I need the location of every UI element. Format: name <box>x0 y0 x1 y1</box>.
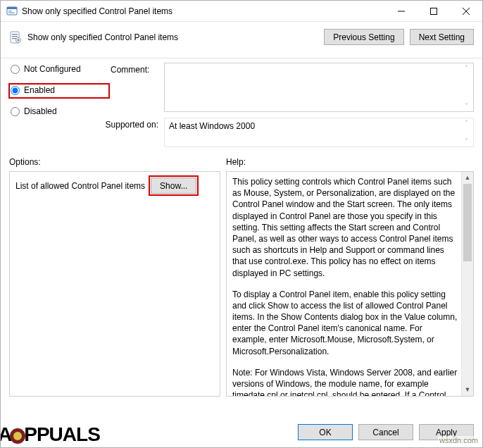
close-button[interactable] <box>450 1 482 22</box>
comment-scrollbar[interactable]: ˄ ˅ <box>460 65 472 110</box>
options-pane: List of allowed Control Panel items Show… <box>9 171 220 397</box>
brand-o-icon <box>10 428 25 444</box>
supported-on-field: At least Windows 2000 ˄ ˅ <box>164 118 474 147</box>
scroll-down-icon: ˅ <box>465 138 468 145</box>
help-pane: This policy setting controls which Contr… <box>226 171 474 397</box>
options-label: Options: <box>9 157 226 167</box>
scroll-thumb[interactable] <box>463 184 472 261</box>
supported-scrollbar: ˄ ˅ <box>460 120 472 145</box>
supported-on-label: Supported on: <box>98 118 158 130</box>
app-icon <box>6 6 18 17</box>
options-row: List of allowed Control Panel items Show… <box>15 178 214 194</box>
scroll-up-icon[interactable]: ▲ <box>462 172 473 184</box>
comment-field[interactable]: ˄ ˅ <box>164 63 474 112</box>
window-title: Show only specified Control Panel items <box>22 6 172 16</box>
radio-not-configured-label: Not Configured <box>24 64 81 74</box>
scroll-up-icon: ˄ <box>465 120 468 127</box>
cancel-button[interactable]: Cancel <box>358 424 413 440</box>
brand-right: PPUALS <box>24 423 100 445</box>
brand-watermark: APPUALS <box>0 423 100 446</box>
radio-not-configured-input[interactable] <box>11 65 20 74</box>
help-scrollbar[interactable]: ▲ ▼ <box>461 172 473 396</box>
policy-icon <box>9 31 22 44</box>
radio-disabled-input[interactable] <box>11 107 20 116</box>
site-watermark: wsxdn.com <box>438 436 479 444</box>
radio-disabled[interactable]: Disabled <box>11 106 108 118</box>
radio-enabled-input[interactable] <box>11 86 20 95</box>
help-label: Help: <box>226 157 246 167</box>
header-row: Show only specified Control Panel items … <box>1 22 482 54</box>
comment-label: Comment: <box>111 63 158 112</box>
svg-rect-3 <box>8 12 15 13</box>
lower-panes: List of allowed Control Panel items Show… <box>1 167 482 397</box>
lower-labels-row: Options: Help: <box>1 157 482 167</box>
help-paragraph-1: This policy setting controls which Contr… <box>232 176 458 279</box>
ok-button[interactable]: OK <box>298 424 353 440</box>
supported-on-value: At least Windows 2000 <box>169 121 255 131</box>
next-setting-button[interactable]: Next Setting <box>410 29 474 45</box>
page-title: Show only specified Control Panel items <box>27 32 178 42</box>
svg-rect-8 <box>12 36 18 37</box>
show-button[interactable]: Show... <box>151 178 196 194</box>
svg-rect-5 <box>431 8 437 14</box>
svg-rect-7 <box>12 34 18 35</box>
configuration-area: Not Configured Enabled Disabled Comment:… <box>1 63 482 153</box>
radio-not-configured[interactable]: Not Configured <box>11 64 108 75</box>
state-radio-group: Not Configured Enabled Disabled <box>11 64 108 118</box>
help-paragraph-3: Note: For Windows Vista, Windows Server … <box>232 367 458 397</box>
svg-rect-4 <box>398 11 405 11</box>
radio-enabled-label: Enabled <box>24 85 55 95</box>
maximize-button[interactable] <box>418 1 450 22</box>
previous-setting-button[interactable]: Previous Setting <box>324 29 403 45</box>
radio-enabled[interactable]: Enabled <box>11 85 108 97</box>
titlebar: Show only specified Control Panel items <box>1 1 482 22</box>
svg-rect-2 <box>8 11 12 11</box>
scroll-down-icon: ˅ <box>465 103 468 110</box>
svg-rect-9 <box>12 38 16 39</box>
allowed-items-label: List of allowed Control Panel items <box>15 181 145 191</box>
minimize-button[interactable] <box>385 1 418 22</box>
scroll-track[interactable] <box>462 184 473 384</box>
scroll-up-icon: ˄ <box>465 65 468 72</box>
divider-top <box>1 58 482 58</box>
radio-disabled-label: Disabled <box>24 106 57 116</box>
scroll-down-icon[interactable]: ▼ <box>462 384 473 396</box>
help-paragraph-2: To display a Control Panel item, enable … <box>232 289 458 357</box>
svg-rect-1 <box>7 7 17 9</box>
